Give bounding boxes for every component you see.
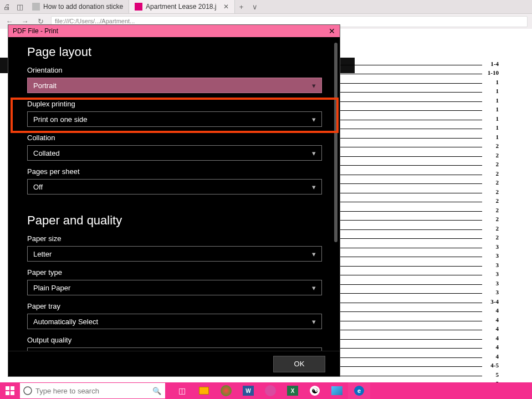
chevron-down-icon: ▾ bbox=[312, 183, 316, 191]
collation-value: Collated bbox=[33, 149, 60, 157]
toc-page: 2 bbox=[484, 161, 499, 167]
tab-label: Apartment Lease 2018.j bbox=[146, 3, 216, 11]
chevron-down-icon: ▾ bbox=[312, 284, 316, 292]
toc-page: 2 bbox=[484, 170, 499, 177]
yin-yang-icon[interactable]: ☯ bbox=[304, 382, 326, 399]
close-icon[interactable]: ✕ bbox=[223, 3, 229, 11]
chevron-down-icon: ▾ bbox=[312, 250, 316, 258]
paper-type-label: Paper type bbox=[27, 268, 321, 277]
toc-page: 1 bbox=[484, 97, 499, 104]
browser-tab-strip: 🖨 ◫ How to add donation sticke Apartment… bbox=[0, 0, 532, 13]
toc-leader bbox=[328, 202, 482, 202]
duplex-value: Print on one side bbox=[33, 115, 88, 124]
toc-page: 2 bbox=[484, 152, 499, 158]
file-explorer-icon[interactable] bbox=[193, 382, 215, 399]
tab-label: How to add donation sticke bbox=[43, 3, 123, 11]
section-paper-quality: Paper and quality bbox=[27, 213, 321, 228]
new-tab-button[interactable]: + bbox=[235, 3, 248, 11]
dialog-title: PDF File - Print bbox=[13, 27, 58, 35]
toc-page: 2 bbox=[484, 207, 499, 213]
collation-dropdown[interactable]: Collated ▾ bbox=[27, 145, 322, 161]
toc-page: 3 bbox=[484, 243, 499, 250]
tab-overflow-icon[interactable]: ∨ bbox=[248, 3, 262, 11]
orientation-label: Orientation bbox=[27, 66, 321, 74]
toc-page: 4 bbox=[484, 316, 499, 323]
excel-icon[interactable]: X bbox=[282, 382, 304, 399]
duplex-dropdown[interactable]: Print on one side ▾ bbox=[27, 111, 322, 127]
svg-rect-1 bbox=[11, 386, 14, 390]
print-dialog: PDF File - Print ✕ Page layout Orientati… bbox=[8, 24, 340, 377]
chevron-down-icon: ▾ bbox=[312, 115, 316, 124]
sidebar-icon[interactable]: ◫ bbox=[13, 0, 27, 13]
toc-page: 3 bbox=[484, 252, 499, 259]
start-button[interactable] bbox=[0, 382, 20, 399]
toc-page: 4 bbox=[484, 344, 499, 350]
paper-tray-label: Paper tray bbox=[27, 302, 321, 310]
section-page-layout: Page layout bbox=[27, 45, 321, 59]
scrollbar[interactable] bbox=[334, 43, 337, 242]
print-icon[interactable]: 🖨 bbox=[0, 0, 13, 13]
orientation-dropdown[interactable]: Portrait ▾ bbox=[27, 78, 322, 93]
toc-page: 1 bbox=[484, 115, 499, 122]
favicon-icon bbox=[135, 3, 142, 11]
chevron-down-icon: ▾ bbox=[312, 149, 316, 157]
toc-page: 4 bbox=[484, 335, 499, 341]
search-icon[interactable]: 🔍 bbox=[149, 387, 165, 395]
taskbar-search[interactable]: 🔍 bbox=[20, 383, 165, 398]
chrome-icon[interactable] bbox=[215, 382, 237, 399]
toc-page: 2 bbox=[484, 234, 499, 241]
paper-size-label: Paper size bbox=[27, 234, 321, 243]
toc-page: 3 bbox=[484, 289, 499, 295]
toc-page: 2 bbox=[484, 179, 499, 186]
taskbar: 🔍 ◫ W X ☯ e bbox=[0, 382, 532, 399]
toc-leader bbox=[330, 238, 482, 239]
chevron-down-icon: ▾ bbox=[312, 318, 316, 326]
toc-page: 2 bbox=[484, 197, 499, 204]
search-input[interactable] bbox=[35, 387, 149, 395]
photos-icon[interactable] bbox=[326, 382, 348, 399]
ok-button[interactable]: OK bbox=[273, 356, 325, 372]
paper-size-value: Letter bbox=[33, 250, 52, 258]
svg-point-4 bbox=[24, 387, 32, 395]
paper-tray-dropdown[interactable]: Automatically Select ▾ bbox=[27, 314, 322, 329]
toc-page: 1 bbox=[484, 79, 499, 85]
close-icon[interactable]: ✕ bbox=[329, 27, 335, 35]
toc-page: 1 bbox=[484, 106, 499, 112]
toc-row: 5 bbox=[244, 378, 499, 383]
task-view-icon[interactable]: ◫ bbox=[171, 382, 193, 399]
word-icon[interactable]: W bbox=[237, 382, 259, 399]
duplex-label: Duplex printing bbox=[27, 100, 321, 108]
ok-label: OK bbox=[294, 360, 305, 368]
toc-page: 2 bbox=[484, 188, 499, 195]
tab-howto[interactable]: How to add donation sticke bbox=[27, 0, 129, 13]
dialog-titlebar: PDF File - Print ✕ bbox=[8, 25, 340, 37]
skype-icon[interactable] bbox=[259, 382, 282, 399]
paper-type-dropdown[interactable]: Plain Paper ▾ bbox=[27, 280, 322, 295]
paper-size-dropdown[interactable]: Letter ▾ bbox=[27, 246, 322, 262]
toc-page: 1 bbox=[484, 124, 499, 131]
output-quality-dropdown[interactable] bbox=[27, 347, 322, 351]
pps-dropdown[interactable]: Off ▾ bbox=[27, 179, 322, 195]
toc-page: 1-10 bbox=[484, 69, 499, 76]
paper-tray-value: Automatically Select bbox=[33, 318, 98, 326]
toc-page: 1 bbox=[484, 134, 499, 140]
orientation-value: Portrait bbox=[33, 81, 57, 90]
toc-page: 4 bbox=[484, 325, 499, 332]
toc-page: 2 bbox=[484, 216, 499, 222]
svg-rect-0 bbox=[6, 386, 9, 390]
output-quality-label: Output quality bbox=[27, 336, 321, 344]
tab-apartment-lease[interactable]: Apartment Lease 2018.j ✕ bbox=[129, 0, 234, 13]
toc-page: 5 bbox=[484, 371, 499, 378]
edge-icon[interactable]: e bbox=[348, 382, 370, 399]
svg-rect-3 bbox=[11, 391, 14, 395]
toc-page: 3-4 bbox=[484, 298, 499, 305]
toc-page: 2 bbox=[484, 142, 499, 149]
toc-page: 4 bbox=[484, 307, 499, 314]
svg-rect-2 bbox=[6, 391, 9, 395]
toc-page: 1 bbox=[484, 88, 499, 94]
chevron-down-icon: ▾ bbox=[312, 81, 316, 90]
toc-page: 4-5 bbox=[484, 362, 499, 369]
toc-page: 3 bbox=[484, 280, 499, 287]
cortana-icon bbox=[20, 383, 35, 398]
toc-page: 3 bbox=[484, 262, 499, 268]
